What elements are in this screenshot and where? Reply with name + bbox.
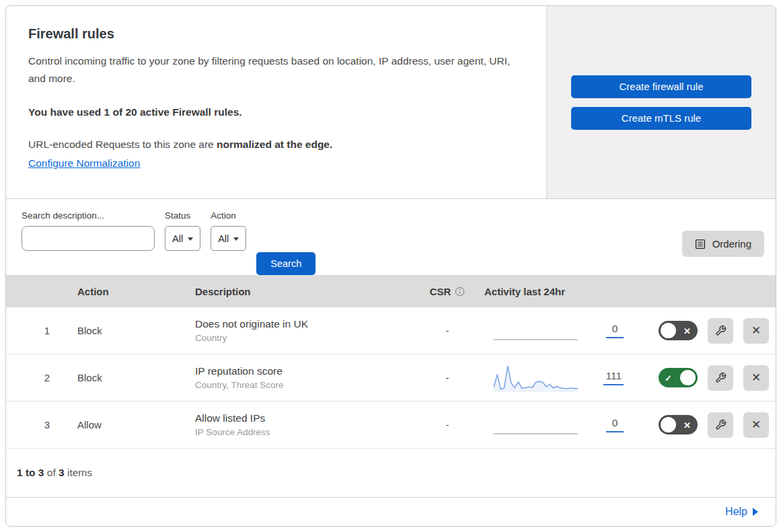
header-action: Action	[77, 286, 195, 297]
toggle-state-icon: ✕	[683, 420, 691, 430]
rule-fields: IP Source Address	[195, 427, 410, 437]
table-row: 1 Block Does not originate in UK Country…	[6, 307, 776, 354]
toggle-knob	[661, 323, 676, 338]
items-total: 3	[59, 467, 65, 478]
header-text-block: Firewall rules Control incoming traffic …	[6, 6, 546, 198]
rule-csr-value: -	[410, 372, 484, 383]
activity-sparkline	[494, 313, 578, 345]
normalization-bold: normalized at the edge.	[217, 139, 332, 150]
create-mtls-rule-button[interactable]: Create mTLS rule	[571, 107, 751, 130]
activity-count-link[interactable]: 0	[606, 417, 624, 432]
delete-rule-button[interactable]: ✕	[743, 318, 769, 344]
ordering-button[interactable]: Ordering	[682, 231, 764, 257]
rule-enabled-toggle[interactable]: ✕	[659, 321, 698, 340]
items-range: 1 to 3	[17, 467, 44, 478]
header-description: Description	[195, 286, 410, 297]
rule-enabled-toggle[interactable]: ✕	[659, 415, 698, 434]
status-select[interactable]: All	[165, 226, 200, 251]
items-word: items	[65, 467, 92, 478]
edit-rule-button[interactable]	[708, 412, 733, 438]
arrow-right-icon	[753, 508, 758, 516]
rule-action: Block	[77, 372, 195, 383]
rule-activity-cell: 111	[484, 360, 629, 395]
rule-description-cell: Allow listed IPs IP Source Address	[195, 412, 410, 437]
search-label: Search description...	[22, 211, 155, 221]
activity-sparkline	[494, 360, 578, 392]
table-row: 3 Allow Allow listed IPs IP Source Addre…	[6, 402, 776, 449]
header-section: Firewall rules Control incoming traffic …	[6, 6, 776, 199]
rule-action: Allow	[77, 419, 195, 430]
action-select[interactable]: All	[211, 226, 246, 251]
status-label: Status	[165, 211, 200, 221]
info-icon[interactable]	[455, 287, 465, 297]
search-input[interactable]	[36, 229, 157, 249]
rule-controls: ✕ ✕	[629, 412, 776, 438]
table-header: Action Description CSR Activity last 24h…	[6, 275, 776, 307]
toggle-knob	[680, 370, 696, 385]
search-button[interactable]: Search	[256, 252, 315, 275]
rule-controls: ✕ ✕	[629, 318, 776, 344]
activity-count-link[interactable]: 0	[606, 323, 624, 338]
wrench-icon	[715, 325, 727, 336]
page-description: Control incoming traffic to your zone by…	[28, 52, 519, 87]
help-link[interactable]: Help	[725, 506, 758, 518]
rule-csr-value: -	[410, 325, 484, 336]
rule-priority: 1	[17, 325, 77, 336]
wrench-icon	[715, 372, 727, 383]
search-input-box	[22, 226, 155, 251]
rule-priority: 2	[17, 372, 77, 383]
firewall-rules-card: Firewall rules Control incoming traffic …	[5, 5, 776, 527]
rule-controls: ✓ ✕	[629, 365, 776, 391]
chevron-down-icon	[233, 237, 239, 241]
edit-rule-button[interactable]	[708, 365, 733, 391]
header-csr: CSR	[410, 286, 484, 297]
close-icon: ✕	[751, 324, 761, 338]
delete-rule-button[interactable]: ✕	[743, 412, 769, 438]
rule-activity-cell: 0	[484, 313, 629, 348]
help-footer: Help	[6, 498, 776, 526]
search-group: Search description...	[22, 211, 155, 251]
status-filter-group: Status All	[165, 211, 200, 251]
rule-fields: Country, Threat Score	[195, 380, 410, 390]
rule-priority: 3	[17, 419, 77, 430]
help-label: Help	[725, 506, 747, 518]
configure-normalization-link[interactable]: Configure Normalization	[28, 157, 140, 169]
rule-fields: Country	[195, 333, 410, 343]
action-label: Action	[211, 211, 246, 221]
normalization-prefix: URL-encoded Requests to this zone are	[28, 139, 217, 150]
edit-rule-button[interactable]	[708, 318, 733, 344]
actions-panel: Create firewall rule Create mTLS rule	[546, 6, 776, 198]
rule-description: Does not originate in UK	[195, 318, 410, 330]
firewall-rules-page: Firewall rules Control incoming traffic …	[0, 0, 781, 532]
rule-enabled-toggle[interactable]: ✓	[659, 368, 698, 387]
ordering-button-label: Ordering	[712, 238, 751, 250]
rule-activity-cell: 0	[484, 407, 629, 443]
filter-bar: Search description... Status All Action	[6, 199, 776, 275]
rule-description-cell: IP reputation score Country, Threat Scor…	[195, 365, 410, 390]
rule-action: Block	[77, 325, 195, 336]
pagination-summary: 1 to 3 of 3 items	[6, 449, 776, 498]
toggle-knob	[661, 417, 676, 432]
status-selected-value: All	[172, 233, 183, 244]
list-document-icon	[695, 239, 706, 250]
action-filter-group: Action All	[211, 211, 246, 251]
wrench-icon	[715, 419, 727, 430]
usage-summary: You have used 1 of 20 active Firewall ru…	[28, 106, 519, 118]
toggle-state-icon: ✕	[683, 326, 691, 336]
action-selected-value: All	[218, 233, 229, 244]
create-firewall-rule-button[interactable]: Create firewall rule	[571, 75, 751, 98]
delete-rule-button[interactable]: ✕	[743, 365, 769, 391]
close-icon: ✕	[751, 418, 761, 432]
normalization-note: URL-encoded Requests to this zone are no…	[28, 139, 519, 151]
header-activity: Activity last 24hr	[484, 286, 629, 297]
rule-description: IP reputation score	[195, 365, 410, 377]
rule-description: Allow listed IPs	[195, 412, 410, 424]
activity-count-link[interactable]: 111	[603, 370, 624, 385]
toggle-state-icon: ✓	[665, 373, 672, 383]
close-icon: ✕	[751, 371, 761, 385]
rule-csr-value: -	[410, 419, 484, 430]
items-of: of	[44, 467, 59, 478]
activity-sparkline	[494, 407, 578, 439]
chevron-down-icon	[188, 237, 193, 241]
rule-description-cell: Does not originate in UK Country	[195, 318, 410, 343]
